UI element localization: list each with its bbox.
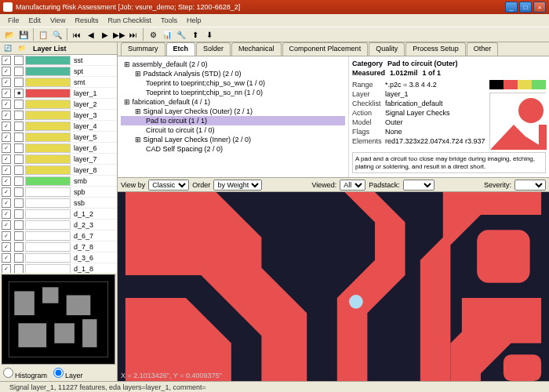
tree-item[interactable]: ⊞ fabrication_default (4 / 1) <box>121 97 345 107</box>
layer-row[interactable]: ✓ssb <box>0 198 117 209</box>
layer-checkbox[interactable]: ✓ <box>2 187 11 197</box>
layer-checkbox[interactable]: ✓ <box>2 165 11 175</box>
tool-icon[interactable]: 📂 <box>3 28 16 41</box>
layer-row[interactable]: ✓d_1_8 <box>0 263 117 273</box>
tree-item[interactable]: Toeprint to toeprint;chip_so_nn (1 / 0) <box>121 88 345 97</box>
tool-icon[interactable]: 🔧 <box>175 28 187 41</box>
layer-checkbox[interactable]: ✓ <box>2 220 11 230</box>
tree-item[interactable]: ⊞ Padstack Analysis (STD) (2 / 0) <box>121 69 345 78</box>
layer-checkbox2[interactable] <box>14 122 24 131</box>
close-button[interactable]: × <box>533 2 546 13</box>
viewby-select[interactable]: Classic <box>148 180 189 191</box>
tool-icon[interactable]: ⬇ <box>203 28 216 41</box>
layer-row[interactable]: ✓layer_2 <box>0 99 117 110</box>
layer-checkbox[interactable]: ✓ <box>2 143 11 153</box>
layer-checkbox[interactable]: ✓ <box>2 78 11 87</box>
menu-help[interactable]: Help <box>182 16 206 24</box>
layer-checkbox2[interactable] <box>14 198 24 208</box>
violation-thumbnail[interactable] <box>489 93 546 149</box>
layer-checkbox2[interactable] <box>14 111 24 120</box>
layer-checkbox[interactable]: ✓ <box>2 111 11 120</box>
tree-item[interactable]: CAD Self Spacing (2 / 0) <box>121 144 345 154</box>
next-icon[interactable]: ▶▶ <box>113 28 125 41</box>
layer-row[interactable]: ✓layer_4 <box>0 121 117 132</box>
refresh-icon[interactable]: 🔄 <box>2 42 14 55</box>
tool-icon[interactable]: 🔍 <box>51 28 64 41</box>
menu-results[interactable]: Results <box>70 16 103 24</box>
tool-icon[interactable]: 📊 <box>161 28 173 41</box>
first-icon[interactable]: ⏮ <box>71 28 83 41</box>
layer-row[interactable]: ✓spt <box>0 66 117 77</box>
layer-checkbox2[interactable] <box>14 264 24 274</box>
layer-row[interactable]: ✓■layer_1 <box>0 88 117 99</box>
tree-item[interactable]: ⊞ assembly_default (2 / 0) <box>121 60 345 69</box>
layer-row[interactable]: ✓d_1_2 <box>0 209 117 220</box>
layer-checkbox2[interactable] <box>14 154 24 164</box>
tab-quality[interactable]: Quality <box>369 42 405 56</box>
layer-checkbox[interactable]: ✓ <box>2 56 11 65</box>
tree-item[interactable]: Pad to circuit (1 / 1) <box>121 116 345 125</box>
menu-run-checklist[interactable]: Run Checklist <box>103 16 156 24</box>
layer-checkbox[interactable]: ✓ <box>2 89 11 98</box>
severity-select[interactable] <box>514 180 546 191</box>
tool-icon[interactable]: ⬆ <box>189 28 202 41</box>
prev-icon[interactable]: ◀ <box>85 28 97 41</box>
layer-checkbox2[interactable] <box>14 165 24 175</box>
layer-checkbox2[interactable] <box>14 78 24 87</box>
tool-icon[interactable]: ⚙ <box>147 28 159 41</box>
layer-checkbox[interactable]: ✓ <box>2 253 11 263</box>
layer-checkbox[interactable]: ✓ <box>2 209 11 219</box>
tool-icon[interactable]: 💾 <box>17 28 30 41</box>
layer-checkbox2[interactable] <box>14 176 24 186</box>
layer-checkbox2[interactable] <box>14 143 24 153</box>
layer-checkbox[interactable]: ✓ <box>2 264 11 274</box>
layer-checkbox[interactable]: ✓ <box>2 231 11 241</box>
layer-checkbox2[interactable] <box>14 242 24 252</box>
layer-row[interactable]: ✓layer_8 <box>0 165 117 176</box>
layer-row[interactable]: ✓sst <box>0 55 117 66</box>
pcb-canvas[interactable]: X = 2.1013426", Y = 0.4009375" <box>118 192 549 381</box>
layer-row[interactable]: ✓d_3_6 <box>0 252 117 263</box>
play-icon[interactable]: ▶ <box>99 28 111 41</box>
layer-row[interactable]: ✓d_7_8 <box>0 241 117 252</box>
layer-checkbox[interactable]: ✓ <box>2 176 11 186</box>
layer-checkbox2[interactable] <box>14 67 24 76</box>
tool-icon[interactable]: 📋 <box>37 28 49 41</box>
layer-row[interactable]: ✓smt <box>0 77 117 88</box>
menu-file[interactable]: File <box>3 16 24 24</box>
menu-view[interactable]: View <box>45 16 70 24</box>
layer-row[interactable]: ✓layer_6 <box>0 143 117 154</box>
layer-checkbox[interactable]: ✓ <box>2 67 11 76</box>
order-select[interactable]: by Weight <box>213 180 262 191</box>
minimize-button[interactable]: _ <box>505 2 518 13</box>
layer-row[interactable]: ✓layer_5 <box>0 132 117 143</box>
tree-item[interactable]: ⊞ Signal Layer Checks (Outer) (2 / 1) <box>121 107 345 116</box>
layer-checkbox[interactable]: ✓ <box>2 122 11 131</box>
layer-checkbox[interactable]: ✓ <box>2 242 11 252</box>
tab-component-placement[interactable]: Component Placement <box>282 42 369 56</box>
layer-row[interactable]: ✓layer_7 <box>0 154 117 165</box>
layer-checkbox2[interactable] <box>14 100 24 109</box>
layer-checkbox[interactable]: ✓ <box>2 154 11 164</box>
tab-summary[interactable]: Summary <box>121 42 165 56</box>
layer-checkbox[interactable]: ✓ <box>2 100 11 109</box>
menu-edit[interactable]: Edit <box>24 16 46 24</box>
folder-icon[interactable]: 📁 <box>16 42 28 55</box>
layer-checkbox2[interactable] <box>14 56 24 65</box>
padstack-select[interactable] <box>403 180 434 191</box>
layer-checkbox[interactable]: ✓ <box>2 198 11 208</box>
layer-checkbox2[interactable] <box>14 209 24 219</box>
tab-etch[interactable]: Etch <box>166 42 196 56</box>
layer-checkbox2[interactable] <box>14 187 24 197</box>
tree-item[interactable]: Toeprint to toeprint;chip_so_ww (1 / 0) <box>121 78 345 88</box>
tab-process-setup[interactable]: Process Setup <box>405 42 466 56</box>
menu-tools[interactable]: Tools <box>156 16 182 24</box>
last-icon[interactable]: ⏭ <box>127 28 140 41</box>
tab-solder[interactable]: Solder <box>196 42 231 56</box>
results-tree[interactable]: ⊞ assembly_default (2 / 0)⊞ Padstack Ana… <box>118 56 349 177</box>
board-preview[interactable] <box>2 274 115 365</box>
layer-row[interactable]: ✓layer_3 <box>0 110 117 121</box>
maximize-button[interactable]: □ <box>519 2 532 13</box>
layer-checkbox[interactable]: ✓ <box>2 132 11 142</box>
tab-other[interactable]: Other <box>467 42 499 56</box>
